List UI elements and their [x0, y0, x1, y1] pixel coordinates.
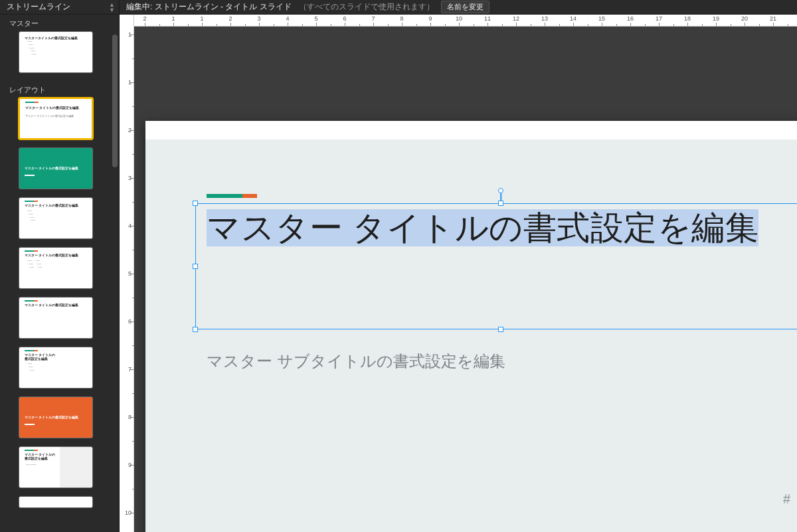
layout-thumb-title: マスター タイトルの書式設定を編集	[25, 106, 88, 110]
resize-handle-bc[interactable]	[498, 327, 503, 332]
resize-handle-bl[interactable]	[193, 327, 198, 332]
hruler-number: 2	[228, 15, 232, 22]
layout-thumb-list-a[interactable]: マスター タイトルの書式設定を編集 ・―― ・―― ・―― ・――	[19, 197, 93, 239]
layout-thumb-title: マスター タイトルの書式設定を編集	[25, 254, 88, 258]
editing-target: ストリームライン - タイトル スライド	[155, 2, 292, 11]
rename-button[interactable]: 名前を変更	[441, 1, 489, 13]
vruler-number: 1	[128, 31, 132, 38]
hruler-number: 4	[286, 15, 289, 22]
layout-thumb-lines: ・―― ・―― ・―― ・――	[26, 209, 35, 222]
hruler-number: 11	[484, 15, 491, 22]
accent-icon	[25, 300, 34, 302]
section-label-layout: レイアウト	[0, 81, 119, 98]
layout-thumb-title: マスター タイトルの書式設定を編集	[25, 167, 88, 171]
sidebar-scrollbar[interactable]	[112, 15, 118, 532]
theme-name: ストリームライン	[7, 1, 70, 13]
vruler-number: 5	[128, 270, 132, 277]
vruler-number: 8	[128, 414, 132, 420]
vruler-number: 6	[128, 318, 132, 325]
selection-outline[interactable]	[195, 203, 797, 329]
theme-header: ストリームライン ▲▼ 編集中: ストリームライン - タイトル スライド （す…	[0, 0, 797, 15]
layout-thumb-lines: ―― ―――	[26, 463, 37, 466]
hruler-number: 1	[200, 15, 203, 22]
theme-picker[interactable]: ストリームライン ▲▼	[0, 0, 120, 14]
hruler-number: 1	[171, 15, 175, 22]
layout-thumb-blank[interactable]	[19, 496, 93, 508]
edit-area: 112345678910 211234567891011121314151617…	[120, 15, 797, 532]
layout-thumb-lines: ・―― ・―― ・――	[26, 362, 34, 371]
underline-icon	[25, 424, 35, 425]
vruler-number: 2	[128, 127, 132, 133]
vruler-number: 1	[128, 79, 132, 86]
hruler-number: 8	[400, 15, 403, 22]
layout-thumb-title: マスター タイトルの書式設定を編集	[25, 204, 88, 208]
theme-stepper-icon[interactable]: ▲▼	[109, 2, 115, 13]
master-subtitle-textbox[interactable]: マスター サブタイトルの書式設定を編集	[207, 351, 505, 372]
hruler-number: 15	[598, 15, 605, 22]
hruler-number: 16	[627, 15, 634, 22]
master-thumb-lines: ・―― ・―― ・―― ・―― ・――	[26, 40, 37, 56]
layout-thumb-list-b[interactable]: マスター タイトルの書式設定を編集 ・―― ・―― ・―― ・―― ・―― ・―…	[19, 247, 93, 289]
layout-thumb-sub: マスター サブタイトルの書式設定を編集	[25, 115, 74, 118]
accent-icon	[25, 450, 34, 451]
scrollbar-thumb[interactable]	[112, 35, 118, 167]
vruler-number: 10	[125, 509, 132, 516]
editing-usage-note: （すべてのスライドで使用されます）	[299, 2, 434, 11]
accent-bar-icon	[207, 194, 257, 198]
hruler-number: 9	[428, 15, 432, 22]
accent-icon	[25, 102, 35, 103]
vruler-number: 4	[128, 222, 132, 229]
layout-thumb-two-col[interactable]: マスター タイトルの書式設定を編集 ・―― ・―― ・――	[19, 347, 93, 389]
canvas[interactable]: マスター タイトルの書式設定を編集 マスター サブ	[134, 27, 797, 532]
layout-thumb-section-teal[interactable]: マスター タイトルの書式設定を編集	[19, 147, 93, 189]
underline-icon	[25, 175, 35, 176]
accent-icon	[25, 350, 34, 351]
editing-prefix: 編集中:	[126, 2, 152, 11]
hruler-number: 7	[371, 15, 375, 22]
hruler-number: 10	[456, 15, 462, 22]
layout-thumb-title: マスター タイトルの書式設定を編集	[25, 304, 88, 308]
hruler-number: 17	[656, 15, 662, 22]
hruler-number: 12	[513, 15, 519, 22]
resize-handle-tl[interactable]	[193, 201, 198, 206]
master-thumbnail[interactable]: マスタータイトルの書式設定を編集 ・―― ・―― ・―― ・―― ・――	[19, 31, 93, 73]
accent-icon	[25, 250, 34, 252]
accent-icon	[25, 201, 34, 202]
section-label-master: マスター	[0, 15, 119, 31]
vruler-number: 7	[128, 366, 132, 373]
vertical-ruler[interactable]: 112345678910	[120, 15, 134, 532]
layout-thumb-title: マスター タイトルの書式設定を編集	[25, 453, 58, 460]
layout-thumb-title: マスター タイトルの書式設定を編集	[25, 353, 58, 361]
hruler-number: 14	[570, 15, 576, 22]
layout-thumb-list-c[interactable]: マスター タイトルの書式設定を編集	[19, 297, 93, 339]
layout-thumb-section-orange[interactable]: マスター タイトルの書式設定を編集	[19, 397, 93, 438]
page-number-placeholder[interactable]: #	[783, 491, 797, 493]
hruler-number: 18	[684, 15, 691, 22]
hruler-number: 2	[143, 15, 146, 22]
layout-thumb-split[interactable]: マスター タイトルの書式設定を編集 ―― ―――	[19, 446, 93, 488]
hruler-number: 13	[541, 15, 548, 22]
layouts-sidebar[interactable]: マスター マスタータイトルの書式設定を編集 ・―― ・―― ・―― ・―― ・―…	[0, 15, 120, 532]
horizontal-ruler[interactable]: 2112345678910111213141516171819202122	[134, 15, 797, 27]
slide-page[interactable]: マスター タイトルの書式設定を編集 マスター サブ	[145, 121, 797, 532]
resize-handle-tc[interactable]	[498, 201, 503, 206]
hruler-number: 5	[314, 15, 317, 22]
vruler-number: 9	[128, 462, 132, 468]
editing-context: 編集中: ストリームライン - タイトル スライド （すべてのスライドで使用され…	[126, 1, 434, 13]
rotate-handle[interactable]	[498, 188, 503, 193]
hruler-number: 3	[257, 15, 260, 22]
resize-handle-ml[interactable]	[193, 264, 198, 269]
hruler-number: 21	[770, 15, 776, 22]
vruler-number: 3	[128, 175, 132, 181]
layout-thumb-lines: ・―― ・―― ・―― ・―― ・―― ・――	[26, 259, 43, 268]
hruler-number: 20	[741, 15, 748, 22]
hruler-number: 19	[713, 15, 719, 22]
layout-thumb-title-slide[interactable]: マスター タイトルの書式設定を編集 マスター サブタイトルの書式設定を編集	[19, 98, 93, 139]
layout-thumb-title: マスター タイトルの書式設定を編集	[25, 416, 88, 420]
hruler-number: 6	[343, 15, 346, 22]
